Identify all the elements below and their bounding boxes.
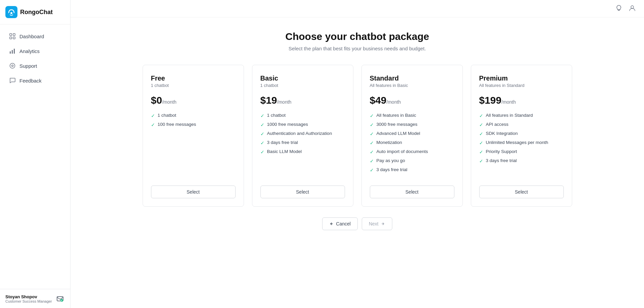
- sidebar-item-label-feedback: Feedback: [19, 78, 42, 84]
- feature-text: 3000 free messages: [377, 122, 417, 127]
- select-button-premium[interactable]: Select: [479, 186, 564, 198]
- svg-rect-6: [10, 51, 11, 54]
- check-icon: ✓: [479, 131, 483, 137]
- plan-price-period-standard: /month: [387, 99, 401, 105]
- feature-item: ✓ Authentication and Authorization: [260, 131, 345, 137]
- check-icon: ✓: [479, 113, 483, 118]
- feature-item: ✓ All features in Standard: [479, 113, 564, 118]
- feature-text: 3 days free trial: [377, 167, 407, 172]
- feature-item: ✓ Priority Support: [479, 149, 564, 155]
- analytics-icon: [9, 48, 15, 54]
- logo-icon: [5, 6, 17, 18]
- feature-item: ✓ Advanced LLM Model: [370, 131, 454, 137]
- plan-price-amount-free: $0: [151, 95, 162, 106]
- plan-subtitle-standard: All features in Basic: [370, 83, 454, 88]
- plan-price-basic: $19/month: [260, 95, 345, 106]
- check-icon: ✓: [370, 140, 374, 146]
- check-icon: ✓: [479, 122, 483, 127]
- footer-user: Stoyan Shopov Customer Success Manager: [5, 294, 52, 303]
- feature-item: ✓ Auto import of documents: [370, 149, 454, 155]
- check-icon: ✓: [260, 149, 264, 155]
- svg-rect-3: [13, 34, 15, 36]
- actions-row: Cancel Next: [143, 217, 572, 230]
- lightbulb-icon[interactable]: [615, 4, 623, 13]
- check-icon: ✓: [151, 122, 155, 127]
- feature-item: ✓ All features in Basic: [370, 113, 454, 118]
- page-title: Choose your chatbot package: [143, 31, 572, 42]
- svg-point-13: [631, 6, 634, 8]
- select-button-free[interactable]: Select: [151, 186, 236, 198]
- user-icon[interactable]: [629, 4, 636, 13]
- arrow-left-icon: [329, 221, 334, 226]
- next-label: Next: [369, 221, 379, 226]
- plan-card-basic: Basic 1 chatbot $19/month ✓ 1 chatbot ✓ …: [252, 65, 353, 207]
- plan-subtitle-free: 1 chatbot: [151, 83, 236, 88]
- sidebar-item-label-analytics: Analytics: [19, 48, 40, 54]
- topbar: [70, 0, 644, 17]
- feature-text: Priority Support: [486, 149, 517, 154]
- sidebar-item-analytics[interactable]: Analytics: [3, 44, 67, 58]
- feature-text: Authentication and Authorization: [267, 131, 332, 136]
- check-icon: ✓: [260, 113, 264, 118]
- svg-point-10: [12, 65, 13, 67]
- logo-area: RongoChat: [0, 0, 70, 24]
- feature-item: ✓ Basic LLM Model: [260, 149, 345, 155]
- feature-text: Basic LLM Model: [267, 149, 302, 154]
- svg-rect-8: [14, 49, 15, 54]
- mail-icon[interactable]: [55, 294, 65, 303]
- sidebar-nav: Dashboard Analytics Support: [0, 24, 70, 289]
- feature-item: ✓ 3 days free trial: [370, 167, 454, 173]
- feature-item: ✓ API access: [479, 122, 564, 127]
- sidebar-item-support[interactable]: Support: [3, 59, 67, 73]
- feature-text: Monetization: [377, 140, 402, 145]
- svg-rect-7: [12, 50, 13, 54]
- plan-card-standard: Standard All features in Basic $49/month…: [361, 65, 463, 207]
- feature-text: Advanced LLM Model: [377, 131, 420, 136]
- feature-text: 3 days free trial: [486, 158, 517, 163]
- svg-point-1: [10, 12, 12, 14]
- feature-text: API access: [486, 122, 509, 127]
- plans-grid: Free 1 chatbot $0/month ✓ 1 chatbot ✓ 10…: [143, 65, 572, 207]
- cancel-label: Cancel: [336, 221, 351, 226]
- feature-item: ✓ 1000 free messages: [260, 122, 345, 127]
- feature-item: ✓ Unlimited Messages per month: [479, 140, 564, 146]
- plan-features-standard: ✓ All features in Basic ✓ 3000 free mess…: [370, 113, 454, 176]
- plan-price-amount-premium: $199: [479, 95, 502, 106]
- feature-text: Unlimited Messages per month: [486, 140, 548, 145]
- next-button[interactable]: Next: [362, 217, 392, 230]
- plan-name-standard: Standard: [370, 74, 454, 82]
- plan-price-free: $0/month: [151, 95, 236, 106]
- svg-rect-5: [13, 37, 15, 39]
- sidebar-item-feedback[interactable]: Feedback: [3, 73, 67, 88]
- plan-features-basic: ✓ 1 chatbot ✓ 1000 free messages ✓ Authe…: [260, 113, 345, 176]
- plan-card-premium: Premium All features in Standard $199/mo…: [471, 65, 572, 207]
- plan-features-free: ✓ 1 chatbot ✓ 100 free messages: [151, 113, 236, 176]
- sidebar-footer: Stoyan Shopov Customer Success Manager: [0, 289, 70, 308]
- sidebar-item-label-support: Support: [19, 63, 37, 69]
- feature-text: 3 days free trial: [267, 140, 298, 145]
- feature-item: ✓ 100 free messages: [151, 122, 236, 127]
- svg-rect-4: [10, 37, 12, 39]
- footer-user-role: Customer Success Manager: [5, 299, 52, 303]
- select-button-basic[interactable]: Select: [260, 186, 345, 198]
- sidebar-item-dashboard[interactable]: Dashboard: [3, 29, 67, 43]
- plan-price-period-free: /month: [162, 99, 177, 105]
- check-icon: ✓: [479, 158, 483, 164]
- plan-card-free: Free 1 chatbot $0/month ✓ 1 chatbot ✓ 10…: [143, 65, 244, 207]
- feature-item: ✓ 3000 free messages: [370, 122, 454, 127]
- check-icon: ✓: [479, 149, 483, 155]
- feature-text: 100 free messages: [158, 122, 196, 127]
- select-button-standard[interactable]: Select: [370, 186, 454, 198]
- plan-name-premium: Premium: [479, 74, 564, 82]
- feature-item: ✓ 3 days free trial: [260, 140, 345, 146]
- plan-price-period-premium: /month: [501, 99, 516, 105]
- plan-price-period-basic: /month: [277, 99, 292, 105]
- check-icon: ✓: [370, 122, 374, 127]
- plan-name-basic: Basic: [260, 74, 345, 82]
- plan-features-premium: ✓ All features in Standard ✓ API access …: [479, 113, 564, 176]
- support-icon: [9, 63, 15, 69]
- check-icon: ✓: [260, 122, 264, 127]
- feature-text: 1 chatbot: [158, 113, 177, 118]
- plan-price-premium: $199/month: [479, 95, 564, 106]
- cancel-button[interactable]: Cancel: [322, 217, 358, 230]
